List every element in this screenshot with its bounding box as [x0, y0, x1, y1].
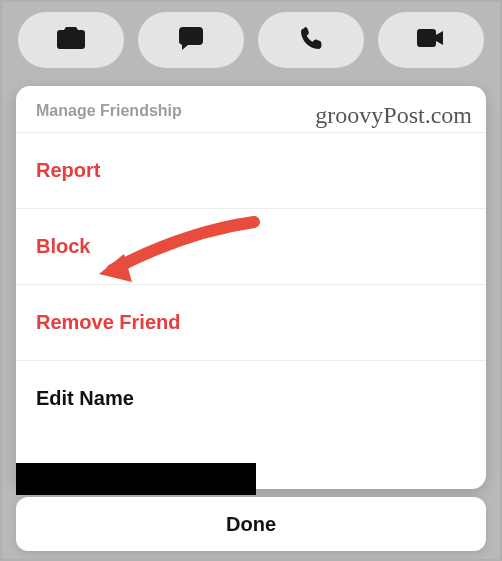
done-button[interactable]: Done	[16, 497, 486, 551]
edit-name-option[interactable]: Edit Name	[16, 360, 486, 436]
sheet-header: Manage Friendship	[16, 86, 486, 132]
chat-icon	[178, 25, 204, 55]
camera-icon	[56, 25, 86, 55]
phone-icon	[298, 25, 324, 55]
video-icon	[416, 27, 446, 53]
block-option[interactable]: Block	[16, 208, 486, 284]
call-button[interactable]	[258, 12, 364, 68]
redaction-bar	[16, 463, 256, 495]
remove-friend-option[interactable]: Remove Friend	[16, 284, 486, 360]
manage-friendship-sheet: Manage Friendship Report Block Remove Fr…	[16, 86, 486, 489]
chat-button[interactable]	[138, 12, 244, 68]
video-call-button[interactable]	[378, 12, 484, 68]
camera-button[interactable]	[18, 12, 124, 68]
action-toolbar	[2, 12, 500, 68]
report-option[interactable]: Report	[16, 132, 486, 208]
